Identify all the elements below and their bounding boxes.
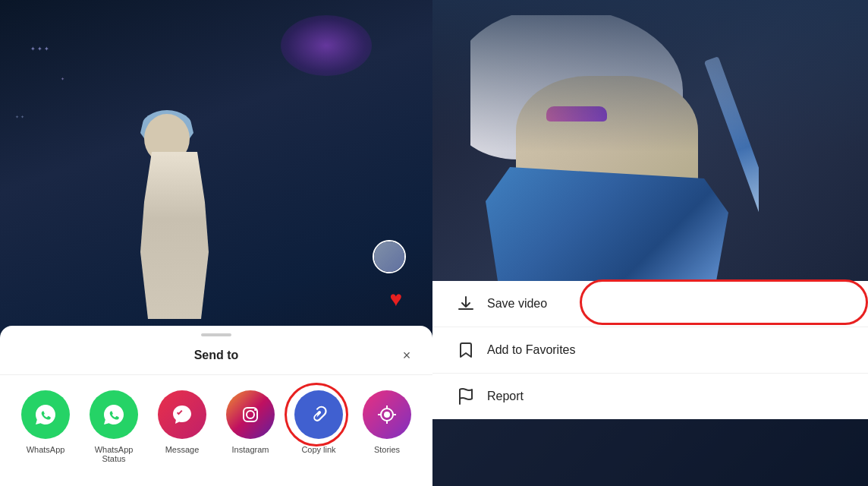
cloud-decoration [281, 15, 372, 76]
menu-item-favorites[interactable]: Add to Favorites [432, 327, 868, 374]
character-left [114, 106, 235, 319]
close-button[interactable]: × [396, 345, 417, 366]
menu-item-save-video[interactable]: Save video [432, 281, 868, 327]
share-whatsapp[interactable]: WhatsApp [19, 390, 72, 454]
stories-icon [363, 390, 411, 439]
report-icon [457, 387, 475, 406]
send-title: Send to [194, 349, 239, 362]
menu-item-report[interactable]: Report [432, 374, 868, 419]
heart-icon: ♥ [389, 287, 402, 311]
share-copylink-wrapper[interactable]: Copy link [292, 390, 345, 454]
copylink-label: Copy link [301, 445, 335, 454]
svg-point-4 [384, 412, 390, 418]
save-video-label: Save video [487, 297, 547, 311]
share-stories[interactable]: Stories [360, 390, 414, 454]
whatsapp-status-icon [90, 390, 138, 439]
message-label: Message [165, 445, 200, 454]
svg-point-2 [254, 409, 256, 411]
favorites-icon [457, 341, 475, 359]
copylink-icon [294, 390, 343, 439]
favorites-label: Add to Favorites [487, 343, 576, 357]
share-instagram[interactable]: Instagram [224, 390, 277, 454]
instagram-icon [226, 390, 275, 439]
message-icon [158, 390, 206, 439]
share-copylink[interactable]: Copy link [292, 390, 345, 454]
whatsapp-icon [21, 390, 70, 439]
send-header: Send to × [0, 336, 432, 375]
send-sheet: Send to × WhatsApp WhatsAppStatus [0, 326, 432, 486]
svg-point-1 [247, 411, 254, 418]
share-whatsapp-status[interactable]: WhatsAppStatus [87, 390, 140, 463]
report-label: Report [487, 390, 524, 403]
avatar [373, 240, 406, 273]
whatsapp-status-label: WhatsAppStatus [95, 445, 134, 463]
whatsapp-label: WhatsApp [27, 445, 65, 454]
save-video-icon [457, 295, 475, 313]
instagram-label: Instagram [232, 445, 269, 454]
context-menu: Save video Add to Favorites Report [432, 281, 868, 419]
stories-label: Stories [374, 445, 400, 454]
share-icons-row: WhatsApp WhatsAppStatus Message [0, 375, 432, 486]
share-message[interactable]: Message [156, 390, 209, 454]
